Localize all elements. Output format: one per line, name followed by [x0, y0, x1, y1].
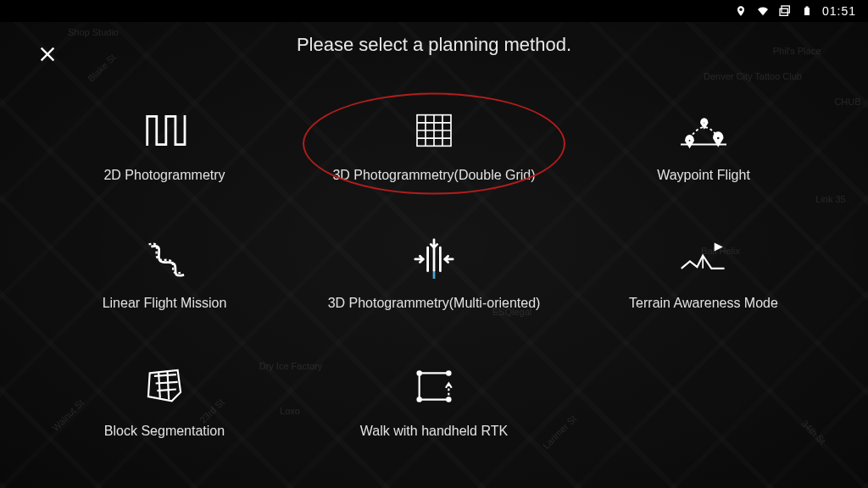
option-waypoint-flight[interactable]: Waypoint Flight [573, 85, 834, 206]
option-label: Linear Flight Mission [103, 296, 227, 311]
crosshatch-grid-icon [409, 108, 459, 152]
terrain-icon [678, 236, 729, 280]
option-2d-photogrammetry[interactable]: 2D Photogrammetry [34, 85, 295, 206]
rtk-walk-icon [409, 364, 459, 408]
waypoint-icon [678, 108, 729, 152]
option-label: 2D Photogrammetry [103, 168, 225, 183]
polygon-grid-icon [139, 364, 190, 408]
option-terrain-awareness-mode[interactable]: Terrain Awareness Mode [573, 213, 834, 334]
status-time: 01:51 [822, 4, 856, 18]
dialog-title: Please select a planning method. [0, 34, 868, 56]
option-label: Block Segmentation [104, 424, 225, 439]
option-label: Walk with handheld RTK [360, 424, 508, 439]
option-label: Terrain Awareness Mode [629, 296, 778, 311]
option-label: Waypoint Flight [657, 168, 750, 183]
status-bar: 01:51 [0, 0, 868, 22]
multi-oriented-icon [409, 236, 459, 280]
svg-line-27 [154, 374, 176, 376]
option-3d-photogrammetry-multi-oriented[interactable]: 3D Photogrammetry(Multi-oriented) [303, 213, 565, 334]
option-label: 3D Photogrammetry(Multi-oriented) [328, 296, 541, 311]
svg-point-15 [703, 121, 705, 124]
s-curve-icon [139, 236, 190, 280]
svg-point-14 [688, 139, 692, 142]
location-icon [734, 4, 748, 18]
option-3d-photogrammetry-double-grid[interactable]: 3D Photogrammetry(Double Grid) [303, 85, 565, 206]
options-grid: 2D Photogrammetry 3D Photogrammetry(Doub… [34, 85, 834, 463]
wifi-icon [756, 4, 770, 18]
option-walk-handheld-rtk[interactable]: Walk with handheld RTK [303, 341, 565, 463]
svg-rect-2 [804, 8, 810, 15]
svg-point-16 [716, 136, 721, 140]
svg-rect-3 [805, 7, 808, 8]
option-label: 3D Photogrammetry(Double Grid) [332, 168, 535, 183]
svg-marker-24 [715, 242, 723, 251]
battery-icon [800, 4, 814, 18]
option-block-segmentation[interactable]: Block Segmentation [34, 341, 295, 463]
grid-zigzag-icon [139, 108, 190, 152]
windows-icon [778, 4, 792, 18]
option-linear-flight-mission[interactable]: Linear Flight Mission [34, 213, 295, 334]
